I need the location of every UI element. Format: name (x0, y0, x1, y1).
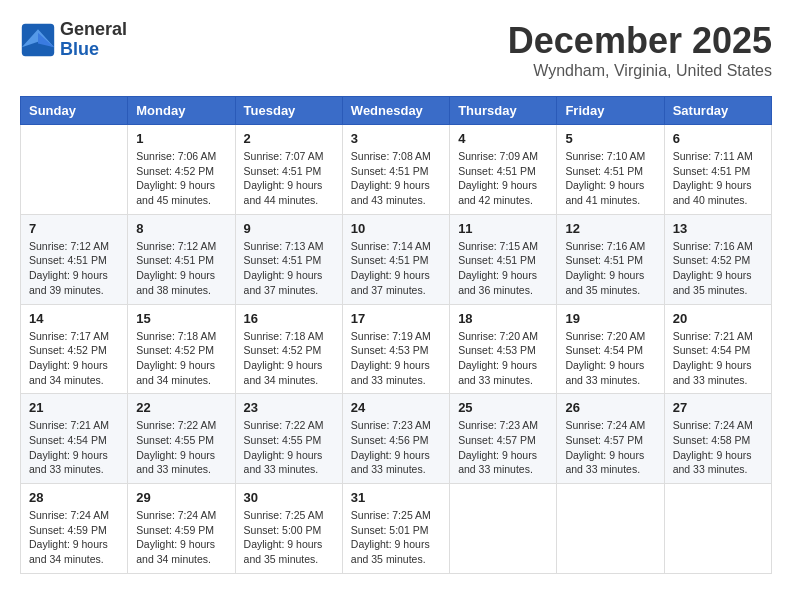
day-of-week-header: Wednesday (342, 97, 449, 125)
day-info: Sunrise: 7:08 AM Sunset: 4:51 PM Dayligh… (351, 149, 441, 208)
calendar-cell: 3Sunrise: 7:08 AM Sunset: 4:51 PM Daylig… (342, 125, 449, 215)
day-info: Sunrise: 7:21 AM Sunset: 4:54 PM Dayligh… (673, 329, 763, 388)
day-number: 25 (458, 400, 548, 415)
day-number: 27 (673, 400, 763, 415)
day-number: 2 (244, 131, 334, 146)
calendar-cell: 10Sunrise: 7:14 AM Sunset: 4:51 PM Dayli… (342, 214, 449, 304)
calendar-cell: 13Sunrise: 7:16 AM Sunset: 4:52 PM Dayli… (664, 214, 771, 304)
calendar-week-row: 14Sunrise: 7:17 AM Sunset: 4:52 PM Dayli… (21, 304, 772, 394)
day-info: Sunrise: 7:21 AM Sunset: 4:54 PM Dayligh… (29, 418, 119, 477)
calendar-cell: 23Sunrise: 7:22 AM Sunset: 4:55 PM Dayli… (235, 394, 342, 484)
calendar-cell: 14Sunrise: 7:17 AM Sunset: 4:52 PM Dayli… (21, 304, 128, 394)
calendar-cell: 30Sunrise: 7:25 AM Sunset: 5:00 PM Dayli… (235, 484, 342, 574)
day-info: Sunrise: 7:22 AM Sunset: 4:55 PM Dayligh… (244, 418, 334, 477)
day-info: Sunrise: 7:18 AM Sunset: 4:52 PM Dayligh… (136, 329, 226, 388)
calendar-cell: 31Sunrise: 7:25 AM Sunset: 5:01 PM Dayli… (342, 484, 449, 574)
page-header: General Blue December 2025 Wyndham, Virg… (20, 20, 772, 80)
location: Wyndham, Virginia, United States (508, 62, 772, 80)
day-of-week-header: Tuesday (235, 97, 342, 125)
day-info: Sunrise: 7:19 AM Sunset: 4:53 PM Dayligh… (351, 329, 441, 388)
day-info: Sunrise: 7:22 AM Sunset: 4:55 PM Dayligh… (136, 418, 226, 477)
calendar-cell: 22Sunrise: 7:22 AM Sunset: 4:55 PM Dayli… (128, 394, 235, 484)
day-number: 22 (136, 400, 226, 415)
calendar-cell: 21Sunrise: 7:21 AM Sunset: 4:54 PM Dayli… (21, 394, 128, 484)
day-info: Sunrise: 7:16 AM Sunset: 4:51 PM Dayligh… (565, 239, 655, 298)
day-number: 13 (673, 221, 763, 236)
month-title: December 2025 (508, 20, 772, 62)
day-info: Sunrise: 7:23 AM Sunset: 4:57 PM Dayligh… (458, 418, 548, 477)
day-number: 20 (673, 311, 763, 326)
calendar-body: 1Sunrise: 7:06 AM Sunset: 4:52 PM Daylig… (21, 125, 772, 574)
day-info: Sunrise: 7:17 AM Sunset: 4:52 PM Dayligh… (29, 329, 119, 388)
logo-general: General (60, 20, 127, 40)
day-number: 21 (29, 400, 119, 415)
calendar-cell: 15Sunrise: 7:18 AM Sunset: 4:52 PM Dayli… (128, 304, 235, 394)
calendar-table: SundayMondayTuesdayWednesdayThursdayFrid… (20, 96, 772, 574)
day-number: 26 (565, 400, 655, 415)
calendar-cell: 18Sunrise: 7:20 AM Sunset: 4:53 PM Dayli… (450, 304, 557, 394)
day-number: 24 (351, 400, 441, 415)
day-number: 14 (29, 311, 119, 326)
day-number: 12 (565, 221, 655, 236)
calendar-cell: 11Sunrise: 7:15 AM Sunset: 4:51 PM Dayli… (450, 214, 557, 304)
day-number: 31 (351, 490, 441, 505)
calendar-cell: 9Sunrise: 7:13 AM Sunset: 4:51 PM Daylig… (235, 214, 342, 304)
calendar-cell (21, 125, 128, 215)
logo-blue: Blue (60, 40, 127, 60)
day-info: Sunrise: 7:10 AM Sunset: 4:51 PM Dayligh… (565, 149, 655, 208)
calendar-cell: 16Sunrise: 7:18 AM Sunset: 4:52 PM Dayli… (235, 304, 342, 394)
day-number: 23 (244, 400, 334, 415)
calendar-cell: 7Sunrise: 7:12 AM Sunset: 4:51 PM Daylig… (21, 214, 128, 304)
day-number: 7 (29, 221, 119, 236)
day-info: Sunrise: 7:14 AM Sunset: 4:51 PM Dayligh… (351, 239, 441, 298)
day-number: 17 (351, 311, 441, 326)
calendar-cell: 12Sunrise: 7:16 AM Sunset: 4:51 PM Dayli… (557, 214, 664, 304)
calendar-cell (557, 484, 664, 574)
day-number: 8 (136, 221, 226, 236)
day-info: Sunrise: 7:20 AM Sunset: 4:54 PM Dayligh… (565, 329, 655, 388)
day-info: Sunrise: 7:24 AM Sunset: 4:59 PM Dayligh… (29, 508, 119, 567)
calendar-cell: 28Sunrise: 7:24 AM Sunset: 4:59 PM Dayli… (21, 484, 128, 574)
day-info: Sunrise: 7:07 AM Sunset: 4:51 PM Dayligh… (244, 149, 334, 208)
day-info: Sunrise: 7:11 AM Sunset: 4:51 PM Dayligh… (673, 149, 763, 208)
day-info: Sunrise: 7:09 AM Sunset: 4:51 PM Dayligh… (458, 149, 548, 208)
calendar-cell: 2Sunrise: 7:07 AM Sunset: 4:51 PM Daylig… (235, 125, 342, 215)
calendar-cell: 20Sunrise: 7:21 AM Sunset: 4:54 PM Dayli… (664, 304, 771, 394)
day-info: Sunrise: 7:16 AM Sunset: 4:52 PM Dayligh… (673, 239, 763, 298)
day-number: 1 (136, 131, 226, 146)
day-of-week-header: Saturday (664, 97, 771, 125)
day-number: 6 (673, 131, 763, 146)
calendar-week-row: 21Sunrise: 7:21 AM Sunset: 4:54 PM Dayli… (21, 394, 772, 484)
calendar-header: SundayMondayTuesdayWednesdayThursdayFrid… (21, 97, 772, 125)
day-info: Sunrise: 7:24 AM Sunset: 4:57 PM Dayligh… (565, 418, 655, 477)
calendar-week-row: 7Sunrise: 7:12 AM Sunset: 4:51 PM Daylig… (21, 214, 772, 304)
calendar-cell: 4Sunrise: 7:09 AM Sunset: 4:51 PM Daylig… (450, 125, 557, 215)
day-number: 10 (351, 221, 441, 236)
calendar-cell: 17Sunrise: 7:19 AM Sunset: 4:53 PM Dayli… (342, 304, 449, 394)
day-info: Sunrise: 7:06 AM Sunset: 4:52 PM Dayligh… (136, 149, 226, 208)
title-block: December 2025 Wyndham, Virginia, United … (508, 20, 772, 80)
calendar-cell: 19Sunrise: 7:20 AM Sunset: 4:54 PM Dayli… (557, 304, 664, 394)
day-info: Sunrise: 7:13 AM Sunset: 4:51 PM Dayligh… (244, 239, 334, 298)
calendar-cell: 1Sunrise: 7:06 AM Sunset: 4:52 PM Daylig… (128, 125, 235, 215)
logo: General Blue (20, 20, 127, 60)
day-number: 4 (458, 131, 548, 146)
calendar-cell: 6Sunrise: 7:11 AM Sunset: 4:51 PM Daylig… (664, 125, 771, 215)
calendar-cell: 25Sunrise: 7:23 AM Sunset: 4:57 PM Dayli… (450, 394, 557, 484)
day-of-week-header: Thursday (450, 97, 557, 125)
day-info: Sunrise: 7:20 AM Sunset: 4:53 PM Dayligh… (458, 329, 548, 388)
day-number: 11 (458, 221, 548, 236)
day-info: Sunrise: 7:24 AM Sunset: 4:58 PM Dayligh… (673, 418, 763, 477)
calendar-cell (450, 484, 557, 574)
day-number: 28 (29, 490, 119, 505)
days-of-week-row: SundayMondayTuesdayWednesdayThursdayFrid… (21, 97, 772, 125)
day-number: 18 (458, 311, 548, 326)
logo-icon (20, 22, 56, 58)
day-number: 30 (244, 490, 334, 505)
day-info: Sunrise: 7:15 AM Sunset: 4:51 PM Dayligh… (458, 239, 548, 298)
day-number: 16 (244, 311, 334, 326)
day-info: Sunrise: 7:18 AM Sunset: 4:52 PM Dayligh… (244, 329, 334, 388)
calendar-cell: 8Sunrise: 7:12 AM Sunset: 4:51 PM Daylig… (128, 214, 235, 304)
day-of-week-header: Sunday (21, 97, 128, 125)
calendar-cell: 26Sunrise: 7:24 AM Sunset: 4:57 PM Dayli… (557, 394, 664, 484)
